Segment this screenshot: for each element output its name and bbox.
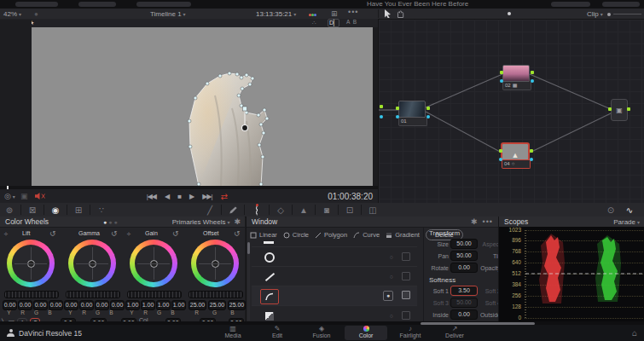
row-bypass-icon[interactable]: ○ — [390, 313, 393, 319]
gallery-button-clipped[interactable] — [15, 2, 58, 7]
cursor-tool-icon[interactable] — [384, 9, 392, 18]
node-01[interactable]: 01 — [398, 101, 427, 126]
offset-master-wheel[interactable] — [189, 291, 243, 298]
sizing-icon[interactable]: ⊡ — [340, 205, 359, 215]
panel-settings-icon[interactable]: ✱ — [471, 218, 478, 226]
offset-wheel[interactable] — [191, 240, 239, 287]
ab-compare-icon[interactable]: A B — [346, 20, 357, 26]
row-bypass-icon[interactable]: ○ — [390, 254, 393, 260]
output-node[interactable]: ▣ — [611, 99, 628, 121]
wheel-mode-icon[interactable]: ✧ — [3, 231, 9, 237]
scrollbar-thumb[interactable] — [247, 242, 250, 254]
color-wheels-icon[interactable]: ◉ — [46, 205, 65, 215]
wheels-mini-icon[interactable] — [309, 10, 316, 18]
highlight-eye-icon[interactable]: ⊙ — [601, 205, 620, 215]
viewer-canvas[interactable] — [32, 27, 373, 186]
window-list-scrollbar[interactable] — [247, 242, 250, 321]
tracker-icon[interactable]: ◇ — [271, 205, 290, 215]
gain-reset-icon[interactable]: ↺ — [172, 230, 179, 238]
openfx-button-clipped[interactable] — [602, 2, 640, 7]
grab-still-icon[interactable]: ▣ — [20, 193, 28, 200]
window-row-gradient[interactable]: ○ — [252, 306, 417, 321]
gamma-reset-icon[interactable]: ↺ — [111, 230, 118, 238]
viewer-zoom-select[interactable]: 42%▾ — [3, 10, 21, 18]
node-graph[interactable]: 01 02▦ ▲ 04○ ▣ — [378, 20, 644, 203]
panel-settings-icon[interactable]: ✱ — [234, 218, 241, 226]
loop-button[interactable]: ⇄ — [221, 192, 227, 201]
scope-mode-select[interactable]: Parade▾ — [613, 218, 640, 226]
go-to-end-button[interactable]: ▶▶| — [202, 193, 212, 200]
wheel-mode-icon[interactable]: ✧ — [126, 231, 131, 237]
user-avatar-icon[interactable] — [7, 329, 15, 337]
unmix-icon[interactable]: ∴ — [312, 20, 316, 26]
step-back-button[interactable]: ◀ — [165, 193, 169, 200]
node-scale-slider[interactable] — [613, 14, 641, 14]
media-pool-button-clipped[interactable] — [136, 2, 191, 7]
polygon-tool-button[interactable]: Polygon — [315, 231, 347, 239]
row-mask-toggle[interactable] — [402, 272, 410, 280]
linear-tool-button[interactable]: Linear — [250, 231, 277, 239]
tab-fusion[interactable]: ◈ Fusion — [300, 326, 343, 340]
lift-reset-icon[interactable]: ↺ — [49, 230, 56, 238]
split-screen-icon[interactable]: D▏ — [328, 19, 339, 27]
timeline-select[interactable]: Timeline 1▾ — [150, 10, 186, 18]
gain-wheel[interactable] — [130, 240, 177, 287]
offset-reset-icon[interactable]: ↺ — [234, 230, 241, 238]
scopes-toggle-icon[interactable]: ∿ — [620, 205, 639, 215]
window-row-polygon[interactable]: ○ — [252, 267, 417, 286]
rgb-mixer-icon[interactable]: ⊞ — [69, 205, 88, 215]
row-mask-toggle-active[interactable] — [402, 291, 410, 299]
lift-master-wheel[interactable] — [4, 291, 59, 298]
window-icon[interactable] — [247, 205, 267, 215]
viewer-options-icon[interactable]: ••• — [348, 9, 358, 16]
mute-audio-icon[interactable] — [34, 192, 45, 200]
gamma-wheel[interactable] — [68, 240, 116, 287]
window-row-linear-clipped[interactable] — [252, 241, 417, 247]
pan-value[interactable]: 50.00 — [450, 251, 478, 261]
parade-scope[interactable]: 1023 896 768 640 512 384 256 128 0 — [499, 227, 644, 321]
color-match-icon[interactable]: ⊠ — [23, 205, 42, 215]
page-dot-active[interactable]: ● — [103, 219, 107, 225]
row-bypass-icon[interactable]: ○ — [390, 274, 393, 280]
key-icon[interactable]: ◙ — [317, 205, 336, 215]
tab-fairlight[interactable]: ♪ Fairlight — [389, 326, 432, 340]
stereo-3d-icon[interactable]: ◫ — [363, 205, 382, 215]
go-to-start-button[interactable]: |◀◀ — [147, 193, 156, 200]
project-manager-home-icon[interactable]: ⌂ — [632, 328, 637, 338]
viewer-gamut-icon[interactable]: ◎▾ — [4, 193, 15, 200]
node-mode-select[interactable]: Clip▾ — [587, 10, 603, 18]
row-mask-toggle[interactable] — [402, 311, 410, 320]
tab-deliver[interactable]: ↗ Deliver — [433, 326, 476, 340]
hand-tool-icon[interactable] — [396, 9, 404, 18]
circle-tool-button[interactable]: Circle — [283, 231, 309, 239]
soft1-value[interactable]: 3.50 — [450, 286, 478, 296]
gamma-master-wheel[interactable] — [66, 291, 120, 298]
window-row-circle[interactable]: ○ — [252, 247, 417, 267]
tab-color[interactable]: Color — [345, 326, 387, 340]
row-bypass-icon-active[interactable]: ● — [383, 291, 393, 301]
node-04-selected[interactable]: ▲ 04○ — [502, 143, 531, 169]
expand-viewer-icon[interactable]: ⊞ — [331, 10, 338, 18]
camera-raw-icon[interactable]: ⊚ — [0, 205, 19, 215]
node-zoom-handle[interactable] — [508, 12, 511, 15]
luts-button-clipped[interactable] — [78, 2, 116, 7]
page-dot[interactable]: ● — [108, 219, 112, 225]
row-mask-toggle[interactable] — [402, 252, 410, 261]
window-row-curve-selected[interactable]: ● — [252, 286, 417, 306]
nodes-button-clipped[interactable] — [551, 2, 590, 7]
panel-options-icon[interactable]: ••• — [483, 218, 493, 226]
wheels-mode-select[interactable]: Primaries Wheels▾ — [172, 218, 230, 226]
size-value[interactable]: 50.00 — [450, 239, 478, 249]
tab-media[interactable]: ▥ Media — [212, 326, 254, 340]
node-scale-handle[interactable] — [607, 13, 611, 16]
soft3-value[interactable]: 50.00 — [450, 298, 478, 308]
gradient-tool-button[interactable]: Gradient — [386, 231, 420, 239]
gain-master-wheel[interactable] — [127, 291, 182, 298]
source-timecode-select[interactable]: 13:13:35:21▾ — [256, 10, 296, 18]
inside-value[interactable]: 0.00 — [450, 309, 478, 320]
qualifier-icon[interactable] — [223, 205, 242, 215]
curves-icon[interactable]: ╱ — [200, 205, 219, 215]
power-window-overlay[interactable] — [32, 27, 373, 186]
page-dot[interactable]: ● — [114, 219, 118, 225]
lift-wheel[interactable] — [7, 240, 55, 287]
